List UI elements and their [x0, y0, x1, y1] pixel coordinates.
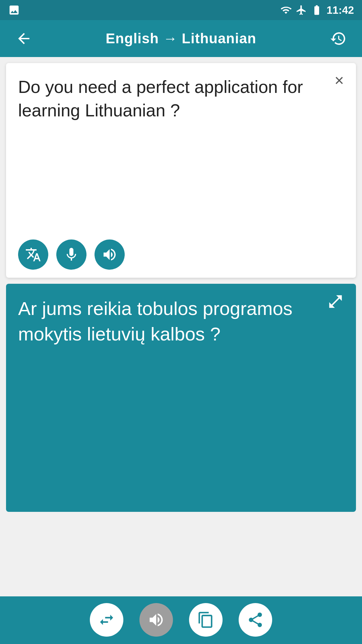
status-bar-right: 11:42	[280, 4, 354, 16]
airplane-icon	[296, 4, 307, 16]
target-language: Lithuanian	[182, 31, 256, 46]
history-button[interactable]	[326, 27, 350, 50]
status-time: 11:42	[326, 4, 354, 16]
battery-icon	[311, 4, 322, 16]
speaker-button-source[interactable]	[95, 239, 125, 270]
language-direction: English → Lithuanian	[106, 31, 256, 47]
translation-panel: Ar jums reikia tobulos programos mokytis…	[6, 284, 356, 512]
copy-button[interactable]	[189, 603, 223, 637]
bottom-bar	[0, 596, 362, 644]
source-actions	[18, 234, 344, 270]
close-button[interactable]: ×	[335, 72, 344, 89]
back-button[interactable]	[12, 27, 36, 50]
app-bar: English → Lithuanian	[0, 20, 362, 57]
share-button[interactable]	[239, 603, 272, 637]
main-content: × Do you need a perfect application for …	[0, 63, 362, 644]
source-text: Do you need a perfect application for le…	[18, 75, 344, 234]
image-icon	[8, 4, 20, 16]
translate-icon-button[interactable]	[18, 239, 48, 270]
expand-button[interactable]	[327, 293, 344, 313]
source-language: English	[106, 31, 159, 46]
status-bar: 11:42	[0, 0, 362, 20]
microphone-button[interactable]	[56, 239, 86, 270]
direction-arrow: →	[163, 31, 178, 46]
translation-text: Ar jums reikia tobulos programos mokytis…	[18, 296, 344, 504]
wifi-icon	[280, 4, 292, 16]
status-bar-left	[8, 4, 20, 16]
speaker-button-bottom[interactable]	[139, 603, 173, 637]
source-panel: × Do you need a perfect application for …	[6, 63, 356, 278]
swap-languages-button[interactable]	[90, 603, 123, 637]
